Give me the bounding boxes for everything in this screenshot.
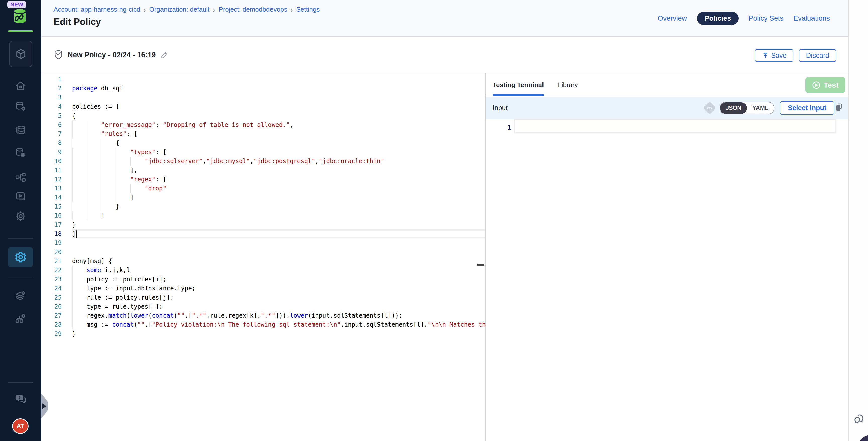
line-number[interactable]: 21 xyxy=(41,257,62,266)
format-option-json[interactable]: JSON xyxy=(720,102,747,114)
code-line[interactable]: ] xyxy=(72,211,485,220)
line-number[interactable]: 2 xyxy=(41,84,62,93)
tab-policies[interactable]: Policies xyxy=(697,12,739,25)
sidebar-item-module-db-devops[interactable] xyxy=(9,41,32,67)
sidebar-item-pipelines[interactable] xyxy=(15,171,26,183)
code-lines[interactable]: package db_sqlpolicies := [{"error_messa… xyxy=(69,75,485,338)
test-input-editor[interactable] xyxy=(486,119,848,441)
line-number[interactable]: 8 xyxy=(41,138,62,148)
expression-icon[interactable]: </> xyxy=(703,102,716,115)
format-toggle: JSON YAML xyxy=(719,102,774,114)
code-line[interactable]: policy := policies[i]; xyxy=(72,275,485,284)
tab-evaluations[interactable]: Evaluations xyxy=(794,14,830,22)
sidebar-item-help[interactable]: ? xyxy=(15,393,26,405)
code-line[interactable]: package db_sql xyxy=(72,84,485,93)
sidebar-item-settings-active[interactable] xyxy=(8,247,33,267)
sidebar-item-db-schemas[interactable] xyxy=(15,147,26,158)
code-line[interactable]: type := input.dbInstance.type; xyxy=(72,284,485,293)
code-line[interactable]: deny[msg] { xyxy=(72,257,485,266)
code-line[interactable]: type = rule.types[_]; xyxy=(72,302,485,311)
code-line[interactable]: } xyxy=(72,202,485,211)
line-number[interactable]: 15 xyxy=(41,202,62,211)
code-line[interactable] xyxy=(72,75,485,84)
input-current-line[interactable] xyxy=(514,119,836,133)
code-line[interactable]: "rules": [ xyxy=(72,129,485,138)
line-number[interactable]: 20 xyxy=(41,248,62,257)
line-number[interactable]: 9 xyxy=(41,148,62,157)
input-line-number[interactable]: 1 xyxy=(486,124,511,131)
code-line[interactable]: regex.match(lower(concat("",[".*",rule.r… xyxy=(72,311,485,320)
sidebar-divider xyxy=(8,279,33,279)
breadcrumb-organization-link[interactable]: Organization: default xyxy=(149,5,210,13)
code-line[interactable]: } xyxy=(72,220,485,229)
code-line[interactable]: policies := [ xyxy=(72,102,485,111)
breadcrumb-settings-link[interactable]: Settings xyxy=(297,5,320,13)
line-number[interactable]: 19 xyxy=(41,238,62,247)
code-line[interactable]: "drop" xyxy=(72,184,485,193)
line-number[interactable]: 7 xyxy=(41,129,62,138)
select-input-button[interactable]: Select Input xyxy=(780,101,834,115)
code-line[interactable]: "types": [ xyxy=(72,148,485,157)
sidebar-item-databases[interactable] xyxy=(15,124,26,136)
tab-testing-terminal[interactable]: Testing Terminal xyxy=(493,74,544,96)
code-line[interactable]: ], xyxy=(72,166,485,175)
line-number[interactable]: 5 xyxy=(41,111,62,120)
line-number[interactable]: 6 xyxy=(41,120,62,129)
policy-code-editor[interactable]: 1234567891011121314151617181920212223242… xyxy=(41,74,485,441)
line-number[interactable]: 23 xyxy=(41,275,62,284)
sidebar-item-org-structure[interactable] xyxy=(15,313,26,324)
line-number[interactable]: 26 xyxy=(41,302,62,311)
sidebar-item-home[interactable] xyxy=(15,80,26,92)
line-number[interactable]: 13 xyxy=(41,184,62,193)
harness-db-devops-logo-icon[interactable] xyxy=(11,7,28,26)
code-line[interactable]: "regex": [ xyxy=(72,175,485,184)
avatar[interactable]: AT xyxy=(12,418,29,434)
line-number[interactable]: 16 xyxy=(41,211,62,220)
tab-overview[interactable]: Overview xyxy=(657,14,687,22)
line-number[interactable]: 4 xyxy=(41,102,62,111)
line-number[interactable]: 11 xyxy=(41,166,62,175)
code-line[interactable] xyxy=(72,238,485,247)
line-number[interactable]: 10 xyxy=(41,157,62,166)
chat-bubbles-icon[interactable] xyxy=(853,413,865,425)
code-line[interactable] xyxy=(72,248,485,257)
line-number[interactable]: 17 xyxy=(41,220,62,229)
sidebar-item-project-setup[interactable] xyxy=(15,211,26,222)
edit-pencil-icon[interactable] xyxy=(160,51,169,59)
code-line[interactable]: rule := policy.rules[j]; xyxy=(72,293,485,302)
line-number[interactable]: 18 xyxy=(41,229,62,238)
line-number[interactable]: 14 xyxy=(41,193,62,202)
save-button[interactable]: Save xyxy=(755,49,794,62)
tab-library[interactable]: Library xyxy=(558,74,578,96)
breadcrumb-account-link[interactable]: Account: app-harness-ng-cicd xyxy=(54,5,140,13)
code-line[interactable]: } xyxy=(72,329,485,338)
code-line[interactable]: { xyxy=(72,138,485,148)
test-button[interactable]: Test xyxy=(805,77,845,93)
line-number[interactable]: 3 xyxy=(41,93,62,102)
tab-policy-sets[interactable]: Policy Sets xyxy=(749,14,784,22)
format-option-yaml[interactable]: YAML xyxy=(747,102,774,114)
code-line[interactable]: ] xyxy=(72,193,485,202)
line-number[interactable]: 24 xyxy=(41,284,62,293)
code-line[interactable]: ] xyxy=(72,229,485,238)
line-number[interactable]: 29 xyxy=(41,329,62,338)
copy-icon[interactable] xyxy=(836,103,843,112)
line-number[interactable]: 27 xyxy=(41,311,62,320)
line-number[interactable]: 22 xyxy=(41,266,62,275)
discard-button[interactable]: Discard xyxy=(799,49,836,62)
sidebar-item-default-settings[interactable] xyxy=(15,289,26,301)
code-line[interactable]: "jdbc:sqlserver","jdbc:mysql","jdbc:post… xyxy=(72,157,485,166)
code-line[interactable]: "error_message": "Dropping of table is n… xyxy=(72,120,485,129)
line-number[interactable]: 25 xyxy=(41,293,62,302)
line-number[interactable]: 12 xyxy=(41,175,62,184)
breadcrumb-project-link[interactable]: Project: demodbdevops xyxy=(218,5,287,13)
line-number[interactable]: 1 xyxy=(41,75,62,84)
code-line[interactable]: { xyxy=(72,111,485,120)
sidebar-item-executions[interactable] xyxy=(15,190,26,202)
code-line[interactable]: some i,j,k,l xyxy=(72,266,485,275)
code-line[interactable] xyxy=(72,93,485,102)
sidebar-item-db-instances[interactable] xyxy=(15,100,26,112)
editor-gutter[interactable]: 1234567891011121314151617181920212223242… xyxy=(41,75,69,338)
line-number[interactable]: 28 xyxy=(41,320,62,329)
code-line[interactable]: msg := concat("",["Policy violation:\n T… xyxy=(72,320,485,329)
